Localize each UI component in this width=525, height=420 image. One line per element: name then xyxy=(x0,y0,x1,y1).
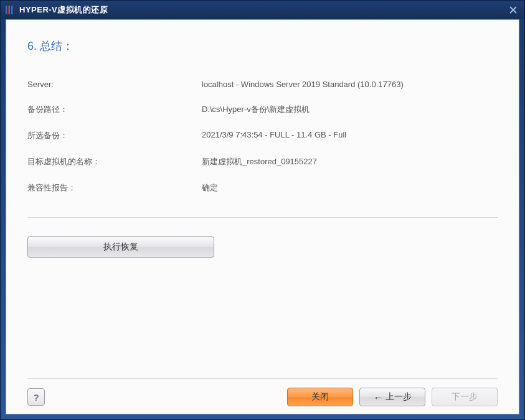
content-area: 6. 总结： Server: localhost - Windows Serve… xyxy=(6,19,519,414)
svg-rect-2 xyxy=(11,6,13,14)
summary-row: Server: localhost - Windows Server 2019 … xyxy=(27,80,498,89)
summary-value-compat: 确定 xyxy=(202,182,498,194)
window-close-button[interactable] xyxy=(504,3,522,17)
summary-label-selected-backup: 所选备份： xyxy=(27,130,202,141)
step-number: 6 xyxy=(27,40,34,52)
window-title: HYPER-V虚拟机的还原 xyxy=(19,4,504,16)
summary-row: 备份路径： D:\cs\Hyper-v备份\新建虚拟机 xyxy=(27,104,498,115)
execute-restore-button[interactable]: 执行恢复 xyxy=(27,236,214,258)
summary-label-compat: 兼容性报告： xyxy=(27,182,202,194)
prev-button[interactable]: ← 上一步 xyxy=(359,388,425,406)
summary-list: Server: localhost - Windows Server 2019 … xyxy=(27,80,498,208)
bottom-bar: ? 关闭 ← 上一步 下一步 xyxy=(27,378,498,406)
arrow-left-icon: ← xyxy=(374,392,383,403)
summary-row: 兼容性报告： 确定 xyxy=(27,182,498,194)
summary-value-selected-backup: 2021/3/9 7:43:54 - FULL - 11.4 GB - Full xyxy=(202,130,498,141)
close-icon xyxy=(509,6,517,14)
titlebar: HYPER-V虚拟机的还原 xyxy=(1,1,524,19)
summary-label-backup-path: 备份路径： xyxy=(27,104,202,115)
summary-value-target-vm: 新建虚拟机_restored_09155227 xyxy=(202,156,498,167)
help-button[interactable]: ? xyxy=(27,388,45,406)
step-title: 6. 总结： xyxy=(27,39,498,54)
separator xyxy=(27,217,498,218)
svg-rect-1 xyxy=(9,6,11,14)
summary-label-target-vm: 目标虚拟机的名称： xyxy=(27,156,202,167)
help-icon: ? xyxy=(33,392,39,403)
summary-value-backup-path: D:\cs\Hyper-v备份\新建虚拟机 xyxy=(202,104,498,115)
dialog-window: HYPER-V虚拟机的还原 6. 总结： Server: localhost -… xyxy=(0,0,525,420)
next-button: 下一步 xyxy=(432,388,498,406)
svg-rect-0 xyxy=(6,6,7,14)
prev-button-label: 上一步 xyxy=(385,391,412,403)
app-icon xyxy=(3,4,16,16)
close-button[interactable]: 关闭 xyxy=(287,388,353,406)
summary-value-server: localhost - Windows Server 2019 Standard… xyxy=(202,80,498,89)
summary-label-server: Server: xyxy=(27,80,202,89)
summary-row: 所选备份： 2021/3/9 7:43:54 - FULL - 11.4 GB … xyxy=(27,130,498,141)
step-header: 6. 总结： xyxy=(27,39,498,80)
summary-row: 目标虚拟机的名称： 新建虚拟机_restored_09155227 xyxy=(27,156,498,167)
step-title-text: 总结： xyxy=(40,40,73,52)
